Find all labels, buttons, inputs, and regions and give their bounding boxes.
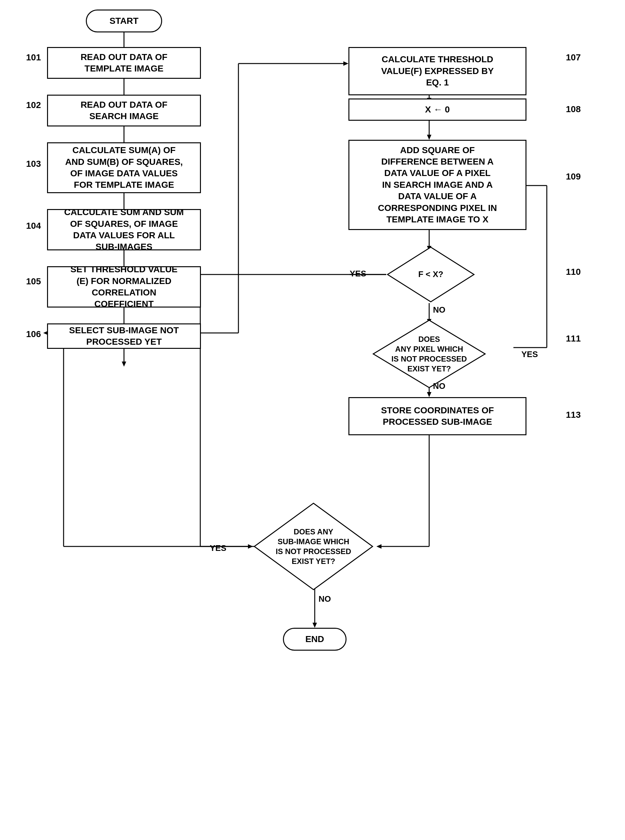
end-node: END bbox=[283, 628, 347, 651]
node-104-label: CALCULATE SUM AND SUM OF SQUARES, OF IMA… bbox=[64, 206, 184, 253]
label-106: 106 bbox=[26, 329, 41, 339]
label-111: 111 bbox=[566, 333, 581, 344]
label-108: 108 bbox=[566, 104, 581, 115]
label-103: 103 bbox=[26, 159, 41, 169]
label-105: 105 bbox=[26, 276, 41, 287]
node-102-label: READ OUT DATA OF SEARCH IMAGE bbox=[81, 99, 167, 122]
node-105-label: SET THRESHOLD VALUE (E) FOR NORMALIZED C… bbox=[70, 264, 177, 310]
label-104: 104 bbox=[26, 221, 41, 231]
svg-marker-47 bbox=[387, 247, 474, 302]
label-101: 101 bbox=[26, 53, 41, 63]
svg-marker-10 bbox=[344, 61, 348, 66]
node-109: ADD SQUARE OF DIFFERENCE BETWEEN A DATA … bbox=[348, 140, 527, 230]
end-label: END bbox=[305, 634, 324, 644]
node-108: X ← 0 bbox=[348, 99, 527, 121]
node-105: SET THRESHOLD VALUE (E) FOR NORMALIZED C… bbox=[47, 266, 201, 308]
start-label: START bbox=[109, 16, 138, 26]
svg-marker-21 bbox=[248, 544, 253, 549]
node-101: READ OUT DATA OF TEMPLATE IMAGE bbox=[47, 47, 201, 79]
yes-label-110: YES bbox=[350, 269, 366, 279]
yes-label-111: YES bbox=[521, 349, 538, 359]
label-110: 110 bbox=[566, 267, 581, 277]
node-103: CALCULATE SUM(A) OF AND SUM(B) OF SQUARE… bbox=[47, 142, 201, 193]
svg-marker-45 bbox=[122, 361, 126, 367]
label-107: 107 bbox=[566, 53, 581, 63]
svg-marker-38 bbox=[312, 623, 317, 628]
node-108-label: X ← 0 bbox=[425, 104, 450, 115]
node-113: STORE COORDINATES OF PROCESSED SUB-IMAGE bbox=[348, 397, 527, 435]
svg-marker-49 bbox=[254, 503, 373, 590]
node-106-label: SELECT SUB-IMAGE NOT PROCESSED YET bbox=[69, 325, 179, 348]
flowchart: START 101 READ OUT DATA OF TEMPLATE IMAG… bbox=[0, 0, 625, 840]
no-label-114: NO bbox=[319, 594, 331, 604]
label-102: 102 bbox=[26, 100, 41, 110]
svg-marker-48 bbox=[373, 320, 485, 387]
label-113: 113 bbox=[566, 410, 581, 420]
node-114-diamond bbox=[253, 502, 374, 591]
no-label-110: NO bbox=[433, 305, 445, 315]
node-110-diamond bbox=[386, 246, 475, 303]
node-101-label: READ OUT DATA OF TEMPLATE IMAGE bbox=[81, 51, 167, 74]
yes-label-114: YES bbox=[210, 543, 226, 553]
node-106: SELECT SUB-IMAGE NOT PROCESSED YET bbox=[47, 324, 201, 349]
node-111-diamond bbox=[372, 319, 487, 389]
start-node: START bbox=[86, 9, 162, 33]
svg-marker-32 bbox=[376, 544, 381, 549]
node-109-label: ADD SQUARE OF DIFFERENCE BETWEEN A DATA … bbox=[378, 144, 497, 226]
label-109: 109 bbox=[566, 172, 581, 182]
node-113-label: STORE COORDINATES OF PROCESSED SUB-IMAGE bbox=[381, 405, 494, 428]
node-103-label: CALCULATE SUM(A) OF AND SUM(B) OF SQUARE… bbox=[65, 144, 183, 191]
node-104: CALCULATE SUM AND SUM OF SQUARES, OF IMA… bbox=[47, 209, 201, 250]
no-label-111: NO bbox=[433, 381, 445, 391]
node-107-label: CALCULATE THRESHOLD VALUE(F) EXPRESSED B… bbox=[381, 54, 494, 88]
node-102: READ OUT DATA OF SEARCH IMAGE bbox=[47, 95, 201, 126]
node-107: CALCULATE THRESHOLD VALUE(F) EXPRESSED B… bbox=[348, 47, 527, 95]
svg-marker-29 bbox=[427, 392, 431, 397]
svg-marker-14 bbox=[427, 135, 431, 140]
